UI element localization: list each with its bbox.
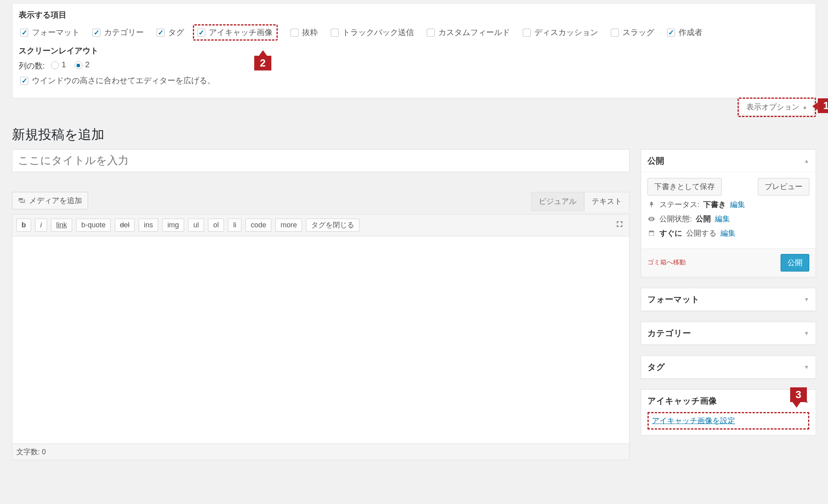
expand-editor-row: ウインドウの高さに合わせてエディターを広げる。 xyxy=(19,75,809,87)
display-option-featured_image-checkbox[interactable] xyxy=(197,29,205,37)
post-title-input[interactable] xyxy=(12,149,630,172)
tag-box: タグ ▼ xyxy=(641,356,816,379)
edit-schedule-link[interactable]: 編集 xyxy=(720,228,736,238)
save-draft-button[interactable]: 下書きとして保存 xyxy=(647,178,722,195)
display-option-featured_image-label: アイキャッチ画像 xyxy=(209,27,273,38)
screen-options-layout-heading: スクリーンレイアウト xyxy=(19,45,809,56)
chevron-down-icon: ▼ xyxy=(804,296,809,303)
preview-button[interactable]: プレビュー xyxy=(758,178,809,195)
columns-radio-label-1: 1 xyxy=(62,60,66,69)
display-option-custom_fields-label: カスタムフィールド xyxy=(438,27,510,38)
display-option-slug-label: スラッグ xyxy=(622,27,654,38)
display-option-featured_image[interactable]: アイキャッチ画像 xyxy=(193,24,278,41)
quicktag-code[interactable]: code xyxy=(245,219,271,232)
screen-options-panel: 表示する項目 フォーマットカテゴリータグアイキャッチ画像抜粋トラックバック送信カ… xyxy=(12,4,816,98)
display-option-tag[interactable]: タグ xyxy=(155,27,184,38)
screen-options-toggle[interactable]: 表示オプション ▲ xyxy=(740,99,814,116)
chevron-down-icon: ▼ xyxy=(804,364,809,370)
display-option-author-label: 作成者 xyxy=(679,27,702,38)
display-option-category-checkbox[interactable] xyxy=(92,29,100,37)
quicktag-del[interactable]: del xyxy=(115,219,135,232)
publish-box-header[interactable]: 公開 ▲ xyxy=(641,150,816,172)
publish-box-title: 公開 xyxy=(647,155,664,166)
publish-box: 公開 ▲ 下書きとして保存 プレビュー ステータス: 下書き 編集 xyxy=(641,149,816,277)
category-box-header[interactable]: カテゴリー ▼ xyxy=(641,322,816,345)
editor-tab-visual[interactable]: ビジュアル xyxy=(531,192,584,211)
screen-options-toggle-label: 表示オプション xyxy=(746,102,799,112)
move-to-trash-link[interactable]: ゴミ箱へ移動 xyxy=(647,258,686,267)
columns-option-2[interactable]: 2 xyxy=(73,60,90,69)
publish-button[interactable]: 公開 xyxy=(781,254,809,272)
display-option-tag-label: タグ xyxy=(168,27,184,38)
display-option-format-checkbox[interactable] xyxy=(20,29,28,37)
display-option-custom_fields[interactable]: カスタムフィールド xyxy=(425,27,510,38)
featured-image-box-header[interactable]: アイキャッチ画像 ▲ xyxy=(641,390,816,412)
columns-radio-1[interactable] xyxy=(51,61,59,69)
quicktag-ol[interactable]: ol xyxy=(208,219,224,232)
columns-label: 列の数: xyxy=(19,61,45,71)
edit-status-link[interactable]: 編集 xyxy=(730,199,745,210)
format-box-title: フォーマット xyxy=(647,294,700,305)
status-value: 下書き xyxy=(703,199,726,210)
display-option-author-checkbox[interactable] xyxy=(667,29,675,37)
editor: bilinkb-quotedelinsimgulollicodemoreタグを閉… xyxy=(12,214,630,460)
quicktag-b-quote[interactable]: b-quote xyxy=(76,219,111,232)
display-option-excerpt[interactable]: 抜粋 xyxy=(289,27,318,38)
quicktags-toolbar: bilinkb-quotedelinsimgulollicodemoreタグを閉… xyxy=(12,215,629,236)
add-media-button[interactable]: メディアを追加 xyxy=(12,192,88,209)
editor-tab-text[interactable]: テキスト xyxy=(584,192,630,211)
display-option-slug-checkbox[interactable] xyxy=(611,29,619,37)
chevron-up-icon: ▲ xyxy=(802,104,807,110)
display-option-discussion[interactable]: ディスカッション xyxy=(521,27,598,38)
display-option-format[interactable]: フォーマット xyxy=(19,27,80,38)
display-option-trackbacks[interactable]: トラックバック送信 xyxy=(329,27,414,38)
eye-icon xyxy=(647,215,655,223)
quicktag-more[interactable]: more xyxy=(275,219,302,232)
pin-icon xyxy=(647,201,655,209)
set-featured-image-link[interactable]: アイキャッチ画像を設定 xyxy=(652,416,735,425)
expand-editor-checkbox-label[interactable]: ウインドウの高さに合わせてエディターを広げる。 xyxy=(19,75,215,86)
quicktag-link[interactable]: link xyxy=(51,219,72,232)
display-option-category-label: カテゴリー xyxy=(104,27,144,38)
editor-textarea[interactable] xyxy=(12,236,629,443)
edit-visibility-link[interactable]: 編集 xyxy=(715,214,730,224)
featured-image-highlight: アイキャッチ画像を設定 xyxy=(647,412,809,430)
expand-editor-checkbox[interactable] xyxy=(20,77,28,85)
quicktag-b[interactable]: b xyxy=(16,219,31,232)
expand-editor-label: ウインドウの高さに合わせてエディターを広げる。 xyxy=(32,75,215,86)
add-media-label: メディアを追加 xyxy=(29,195,82,206)
display-option-slug[interactable]: スラッグ xyxy=(609,27,654,38)
display-option-trackbacks-checkbox[interactable] xyxy=(331,29,339,37)
columns-radio-label-2: 2 xyxy=(85,60,90,69)
display-option-tag-checkbox[interactable] xyxy=(157,29,165,37)
quicktag-img[interactable]: img xyxy=(162,219,184,232)
display-items-group: フォーマットカテゴリータグアイキャッチ画像抜粋トラックバック送信カスタムフィール… xyxy=(19,24,809,41)
format-box-header[interactable]: フォーマット ▼ xyxy=(641,288,816,311)
callout-1: 1 xyxy=(818,98,828,113)
quicktag-ul[interactable]: ul xyxy=(188,219,204,232)
screen-options-toggle-highlight: 表示オプション ▲ xyxy=(738,98,816,117)
format-box: フォーマット ▼ xyxy=(641,288,816,311)
callout-3: 3 xyxy=(790,387,807,402)
quicktag-タグを閉じる[interactable]: タグを閉じる xyxy=(306,219,359,232)
category-box: カテゴリー ▼ xyxy=(641,322,816,345)
columns-radio-2[interactable] xyxy=(75,61,82,69)
quicktag-li[interactable]: li xyxy=(228,219,241,232)
display-option-discussion-checkbox[interactable] xyxy=(523,29,531,37)
schedule-suffix: 公開する xyxy=(686,228,716,238)
display-option-excerpt-checkbox[interactable] xyxy=(290,29,298,37)
chevron-up-icon: ▲ xyxy=(804,158,809,164)
display-option-author[interactable]: 作成者 xyxy=(665,27,702,38)
columns-option-1[interactable]: 1 xyxy=(49,60,66,69)
display-option-custom_fields-checkbox[interactable] xyxy=(427,29,435,37)
word-count-label: 文字数: xyxy=(16,448,40,456)
word-count-value: 0 xyxy=(42,448,46,456)
visibility-label: 公開状態: xyxy=(659,214,692,224)
display-option-category[interactable]: カテゴリー xyxy=(91,27,144,38)
quicktag-ins[interactable]: ins xyxy=(139,219,158,232)
status-label: ステータス: xyxy=(659,199,699,210)
fullscreen-icon[interactable] xyxy=(614,219,625,232)
quicktag-i[interactable]: i xyxy=(35,219,47,232)
featured-image-box: アイキャッチ画像 ▲ アイキャッチ画像を設定 3 xyxy=(641,389,816,436)
tag-box-header[interactable]: タグ ▼ xyxy=(641,356,816,379)
